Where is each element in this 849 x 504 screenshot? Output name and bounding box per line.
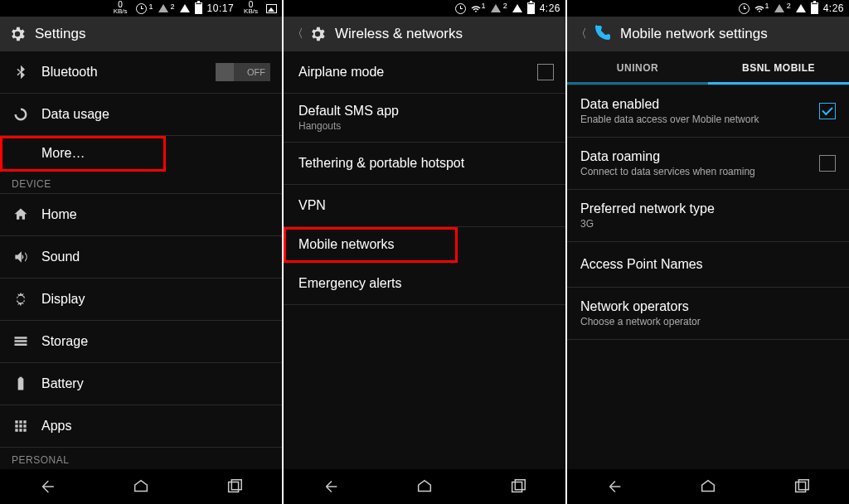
sim1-label: 1 <box>482 2 486 10</box>
row-data-roaming[interactable]: Data roaming Connect to data services wh… <box>567 138 849 190</box>
page-title: Wireless & networks <box>335 26 463 42</box>
signal-2-icon <box>796 4 806 12</box>
vpn-label: VPN <box>298 198 326 212</box>
display-label: Display <box>41 292 85 306</box>
battery-icon <box>195 2 202 14</box>
svg-rect-5 <box>799 480 809 490</box>
status-bar: 1 2 4:26 <box>284 0 565 17</box>
row-sound[interactable]: Sound <box>0 236 282 279</box>
page-title: Mobile network settings <box>620 26 768 42</box>
home-button[interactable] <box>413 475 436 498</box>
airplane-label: Airplane mode <box>298 65 384 79</box>
home-button[interactable] <box>129 475 153 498</box>
battery-icon <box>527 2 535 14</box>
signal-1-icon <box>491 4 501 12</box>
pref-label: Preferred network type <box>580 201 836 216</box>
bluetooth-icon <box>12 63 30 81</box>
battery-icon <box>811 2 818 14</box>
sim1-label: 1 <box>765 2 769 10</box>
recent-button[interactable] <box>507 475 530 498</box>
storage-icon <box>12 332 30 351</box>
back-caret-icon[interactable]: 〈 <box>575 27 587 41</box>
page-title: Settings <box>35 26 85 42</box>
settings-icon <box>8 25 27 43</box>
home-button[interactable] <box>696 475 720 498</box>
row-tethering[interactable]: Tethering & portable hotspot <box>284 143 565 185</box>
data-enabled-sub: Enable data access over Mobile network <box>580 114 808 125</box>
display-icon <box>12 290 30 308</box>
row-preferred-network[interactable]: Preferred network type 3G <box>567 190 849 242</box>
screenshot-icon <box>266 4 277 13</box>
ops-sub: Choose a network operator <box>580 316 836 327</box>
row-data-enabled[interactable]: Data enabled Enable data access over Mob… <box>567 85 849 138</box>
home-label: Home <box>41 207 77 221</box>
svg-rect-0 <box>229 482 239 492</box>
sms-sublabel: Hangouts <box>298 120 554 132</box>
data-usage-label: Data usage <box>41 107 109 121</box>
row-emergency-alerts[interactable]: Emergency alerts <box>284 263 565 305</box>
row-more[interactable]: More… <box>0 136 166 172</box>
back-button[interactable] <box>36 475 59 498</box>
tab-uninor[interactable]: UNINOR <box>567 51 708 85</box>
row-display[interactable]: Display <box>0 279 282 321</box>
row-data-usage[interactable]: Data usage <box>0 94 282 136</box>
row-mobile-networks[interactable]: Mobile networks <box>284 227 458 263</box>
svg-rect-3 <box>516 480 526 490</box>
row-airplane[interactable]: Airplane mode <box>284 51 565 94</box>
recent-button[interactable] <box>790 475 813 498</box>
mobile-label: Mobile networks <box>298 237 395 251</box>
sim-tabs: UNINOR BSNL MOBILE <box>567 51 849 85</box>
row-home[interactable]: Home <box>0 194 282 236</box>
phone-icon[interactable] <box>592 23 612 46</box>
settings-icon[interactable] <box>308 25 327 43</box>
roaming-checkbox[interactable] <box>819 155 836 172</box>
status-bar: 0KB/s 1 2 10:17 0KB/s <box>0 0 282 17</box>
home-icon <box>12 206 30 224</box>
mobile-settings-list[interactable]: Data enabled Enable data access over Mob… <box>567 85 849 469</box>
apps-icon <box>12 417 30 435</box>
row-network-operators[interactable]: Network operators Choose a network opera… <box>567 288 849 340</box>
row-default-sms[interactable]: Default SMS app Hangouts <box>284 94 565 143</box>
action-bar: 〈 Mobile network settings <box>567 17 849 51</box>
row-vpn[interactable]: VPN <box>284 185 565 227</box>
data-enabled-checkbox[interactable] <box>819 103 836 119</box>
row-storage[interactable]: Storage <box>0 321 282 363</box>
apps-label: Apps <box>41 419 71 433</box>
sound-icon <box>12 248 30 266</box>
sms-label: Default SMS app <box>298 104 554 119</box>
alerts-label: Emergency alerts <box>298 276 402 290</box>
status-bar: 1 2 4:26 <box>567 0 849 17</box>
wireless-list[interactable]: Airplane mode Default SMS app Hangouts T… <box>284 51 565 469</box>
action-bar: Settings <box>0 17 282 51</box>
alarm-icon <box>455 3 466 14</box>
row-apn[interactable]: Access Point Names <box>567 242 849 288</box>
nav-bar <box>0 469 282 504</box>
network-speed: 0KB/s <box>114 2 128 15</box>
row-bluetooth[interactable]: Bluetooth OFF <box>0 51 282 94</box>
row-battery[interactable]: Battery <box>0 363 282 405</box>
wifi-icon <box>471 4 479 12</box>
storage-label: Storage <box>41 334 88 348</box>
sim1-label: 1 <box>152 3 153 13</box>
row-apps[interactable]: Apps <box>0 405 282 448</box>
triple-screenshot: 0KB/s 1 2 10:17 0KB/s Settings Bluetooth… <box>0 0 849 504</box>
tab-bsnl[interactable]: BSNL MOBILE <box>708 51 849 85</box>
signal-2-icon <box>180 4 190 12</box>
svg-rect-1 <box>232 480 242 490</box>
roaming-sub: Connect to data services when roaming <box>580 166 808 177</box>
back-button[interactable] <box>603 475 626 498</box>
sim2-label: 2 <box>503 2 507 10</box>
back-caret-icon[interactable]: 〈 <box>292 27 303 41</box>
signal-1-icon <box>158 4 168 12</box>
pref-sub: 3G <box>580 218 836 230</box>
svg-rect-4 <box>796 482 806 492</box>
back-button[interactable] <box>319 475 342 498</box>
battery-row-icon <box>12 375 30 393</box>
pane-mobile-network-settings: 1 2 4:26 〈 Mobile network settings UNINO… <box>567 0 849 504</box>
bluetooth-label: Bluetooth <box>41 65 98 79</box>
settings-list[interactable]: Bluetooth OFF Data usage More… DEVICE Ho… <box>0 51 282 469</box>
recent-button[interactable] <box>223 475 246 498</box>
bluetooth-toggle[interactable]: OFF <box>216 63 270 81</box>
airplane-checkbox[interactable] <box>537 64 554 80</box>
clock: 10:17 <box>207 2 235 14</box>
